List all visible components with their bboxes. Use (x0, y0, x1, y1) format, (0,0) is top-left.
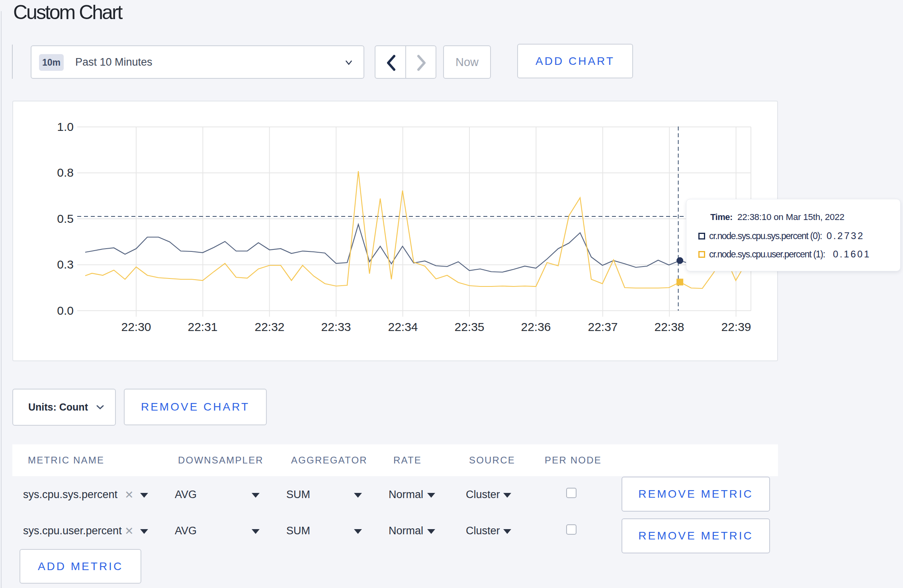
svg-text:1.0: 1.0 (57, 120, 74, 133)
svg-text:22:38: 22:38 (654, 320, 684, 333)
svg-text:22:30: 22:30 (121, 320, 151, 333)
svg-text:0.8: 0.8 (57, 166, 74, 179)
svg-text:22:35: 22:35 (454, 320, 484, 333)
svg-text:22:37: 22:37 (588, 320, 618, 333)
svg-text:22:33: 22:33 (321, 320, 351, 333)
svg-text:22:36: 22:36 (521, 320, 551, 333)
svg-text:0.0: 0.0 (57, 304, 74, 317)
svg-text:22:31: 22:31 (188, 320, 217, 333)
svg-text:22:34: 22:34 (388, 320, 418, 333)
svg-text:22:32: 22:32 (254, 320, 284, 333)
svg-text:22:39: 22:39 (721, 320, 751, 333)
svg-text:0.5: 0.5 (57, 212, 74, 225)
svg-text:0.3: 0.3 (57, 258, 74, 271)
